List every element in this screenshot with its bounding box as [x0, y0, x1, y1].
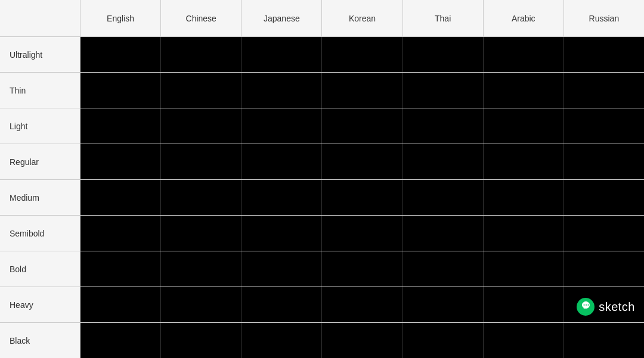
- cell: [161, 73, 242, 108]
- font-weight-language-table: English Chinese Japanese Korean Thai Ara…: [0, 0, 644, 358]
- table-header: English Chinese Japanese Korean Thai Ara…: [0, 0, 644, 37]
- row-label-regular: Regular: [0, 144, 80, 179]
- row-label-semibold: Semibold: [0, 216, 80, 251]
- cell: [242, 251, 322, 287]
- cell: [403, 108, 484, 144]
- cell: [403, 144, 484, 179]
- cell: [484, 287, 564, 322]
- svg-point-1: [584, 304, 585, 306]
- cell: [564, 323, 644, 358]
- cell: [242, 287, 322, 322]
- col-header-russian: Russian: [564, 0, 644, 36]
- cell: [484, 323, 564, 358]
- cell: [322, 251, 402, 287]
- row-label-ultralight: Ultralight: [0, 37, 80, 72]
- col-header-japanese: Japanese: [242, 0, 322, 36]
- cell: [80, 251, 161, 287]
- cell: [161, 216, 242, 251]
- cell: [322, 73, 402, 108]
- cell: [161, 323, 242, 358]
- cell: [242, 37, 322, 72]
- cell: [564, 216, 644, 251]
- cell: [80, 287, 161, 322]
- cell: [484, 144, 564, 179]
- cell: [161, 108, 242, 144]
- cell: [242, 180, 322, 215]
- cell: [322, 144, 402, 179]
- cell: [403, 73, 484, 108]
- table-row: Light: [0, 108, 644, 144]
- col-header-english: English: [80, 0, 161, 36]
- cell: [564, 37, 644, 72]
- cell: sketch: [564, 287, 644, 322]
- table-body: Ultralight Thin Light: [0, 37, 644, 358]
- cell: [403, 37, 484, 72]
- cell: [161, 144, 242, 179]
- row-label-medium: Medium: [0, 180, 80, 215]
- table-row: Heavy sketch: [0, 287, 644, 323]
- table-row: Medium: [0, 180, 644, 216]
- cell: [403, 216, 484, 251]
- cell: [80, 180, 161, 215]
- cell: [322, 216, 402, 251]
- cell: [80, 216, 161, 251]
- table-row: Thin: [0, 73, 644, 108]
- cell: [484, 108, 564, 144]
- cell: [161, 251, 242, 287]
- cell: [322, 323, 402, 358]
- cell: [322, 287, 402, 322]
- col-header-korean: Korean: [322, 0, 402, 36]
- row-label-black: Black: [0, 323, 80, 358]
- cell: [484, 180, 564, 215]
- cell: [564, 251, 644, 287]
- svg-point-3: [588, 304, 589, 306]
- cell: [564, 144, 644, 179]
- table-row: Regular: [0, 144, 644, 180]
- cell: [161, 180, 242, 215]
- sketch-label: sketch: [599, 300, 635, 314]
- table-row: Bold: [0, 251, 644, 287]
- sketch-watermark: sketch: [576, 297, 635, 316]
- cell: [484, 73, 564, 108]
- table-row: Semibold: [0, 216, 644, 251]
- cell: [403, 287, 484, 322]
- table-row: Ultralight: [0, 37, 644, 73]
- cell: [484, 37, 564, 72]
- cell: [564, 108, 644, 144]
- row-label-header: [0, 0, 80, 36]
- cell: [80, 144, 161, 179]
- row-label-thin: Thin: [0, 73, 80, 108]
- table-row: Black: [0, 323, 644, 358]
- cell: [484, 216, 564, 251]
- col-header-chinese: Chinese: [161, 0, 242, 36]
- svg-point-2: [586, 304, 587, 306]
- cell: [242, 108, 322, 144]
- cell: [564, 73, 644, 108]
- cell: [322, 108, 402, 144]
- cell: [242, 144, 322, 179]
- col-header-arabic: Arabic: [484, 0, 564, 36]
- cell: [242, 323, 322, 358]
- cell: [484, 251, 564, 287]
- row-label-heavy: Heavy: [0, 287, 80, 322]
- wechat-sketch-icon: [576, 297, 595, 316]
- cell: [80, 37, 161, 72]
- row-label-bold: Bold: [0, 251, 80, 287]
- cell: [322, 37, 402, 72]
- cell: [242, 73, 322, 108]
- cell: [403, 323, 484, 358]
- cell: [403, 180, 484, 215]
- row-label-light: Light: [0, 108, 80, 144]
- cell: [403, 251, 484, 287]
- cell: [80, 108, 161, 144]
- cell: [161, 287, 242, 322]
- cell: [80, 323, 161, 358]
- cell: [161, 37, 242, 72]
- cell: [322, 180, 402, 215]
- cell: [242, 216, 322, 251]
- cell: [80, 73, 161, 108]
- col-header-thai: Thai: [403, 0, 484, 36]
- cell: [564, 180, 644, 215]
